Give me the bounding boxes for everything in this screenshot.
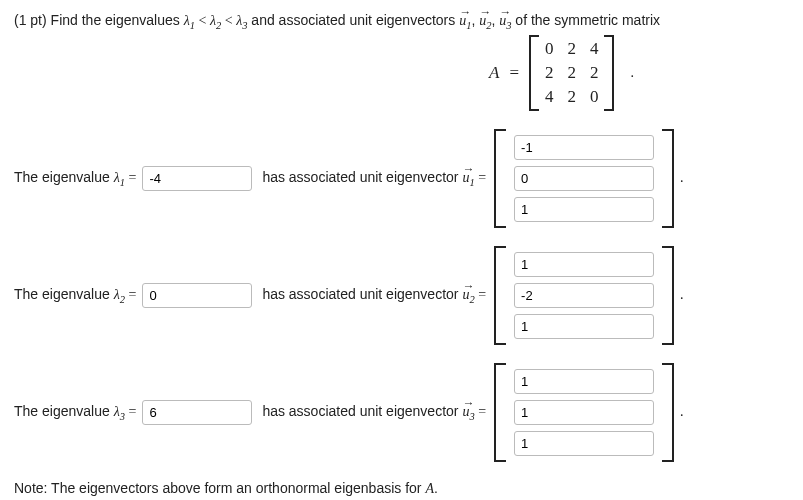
eigenvector-1-entry-1[interactable] bbox=[514, 135, 654, 160]
eigen-row-1: The eigenvalue λ1 = has associated unit … bbox=[14, 129, 789, 228]
eigenvalue-1-input[interactable] bbox=[142, 166, 252, 191]
problem-prompt: (1 pt) Find the eigenvalues λ1 < λ2 < λ3… bbox=[14, 12, 789, 31]
eigenvector-3 bbox=[494, 363, 674, 462]
eigenvector-2-entry-3[interactable] bbox=[514, 314, 654, 339]
eigenvector-3-entry-1[interactable] bbox=[514, 369, 654, 394]
eigenvalue-3-input[interactable] bbox=[142, 400, 252, 425]
matrix-equation: A = 024 222 420 . bbox=[334, 35, 789, 111]
eigenvector-3-entry-3[interactable] bbox=[514, 431, 654, 456]
eigenvector-2-entry-1[interactable] bbox=[514, 252, 654, 277]
note-text: Note: The eigenvectors above form an ort… bbox=[14, 480, 789, 497]
eigen-row-3: The eigenvalue λ3 = has associated unit … bbox=[14, 363, 789, 462]
eigenvector-1-entry-2[interactable] bbox=[514, 166, 654, 191]
points: (1 pt) bbox=[14, 12, 51, 28]
eigenvector-3-entry-2[interactable] bbox=[514, 400, 654, 425]
matrix-A-label: A bbox=[489, 63, 499, 83]
eigenvector-1-entry-3[interactable] bbox=[514, 197, 654, 222]
eigenvalue-2-input[interactable] bbox=[142, 283, 252, 308]
eigenvector-1 bbox=[494, 129, 674, 228]
eigenvector-2 bbox=[494, 246, 674, 345]
eigenvector-2-entry-2[interactable] bbox=[514, 283, 654, 308]
matrix-A: 024 222 420 bbox=[529, 35, 615, 111]
eigen-row-2: The eigenvalue λ2 = has associated unit … bbox=[14, 246, 789, 345]
